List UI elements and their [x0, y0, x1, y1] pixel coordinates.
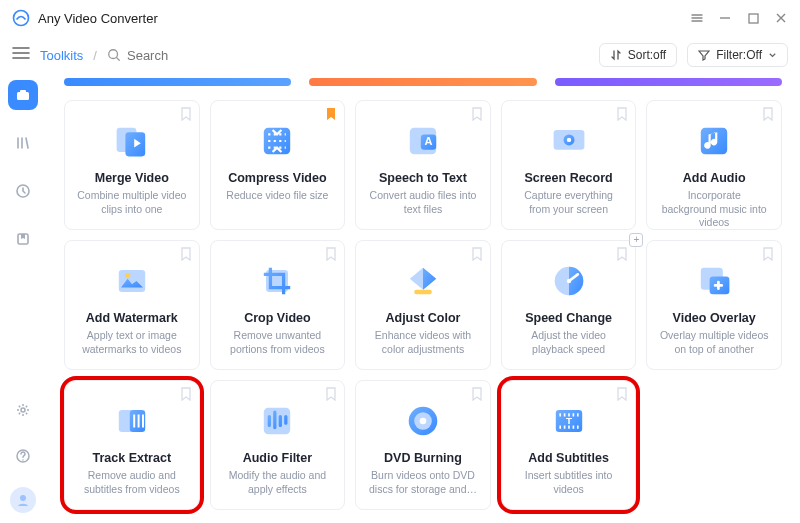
- compress-icon: [255, 119, 299, 163]
- toolbar: Toolkits / Sort:off Filter:Off: [0, 36, 800, 74]
- tool-card-crop[interactable]: Crop VideoRemove unwanted portions from …: [210, 240, 346, 370]
- category-bar-1[interactable]: [64, 78, 291, 86]
- card-description: Enhance videos with color adjustments: [364, 329, 482, 356]
- sort-button[interactable]: Sort:off: [599, 43, 677, 67]
- plus-badge: +: [629, 233, 643, 247]
- tool-card-dvd[interactable]: DVD BurningBurn videos onto DVD discs fo…: [355, 380, 491, 510]
- sidebar-help[interactable]: [8, 441, 38, 471]
- sort-label: Sort:off: [628, 48, 666, 62]
- sidebar-settings[interactable]: [8, 395, 38, 425]
- tool-card-addaudio[interactable]: Add AudioIncorporate background music in…: [646, 100, 782, 230]
- sidebar-bookmarks[interactable]: [8, 224, 38, 254]
- bookmark-icon[interactable]: [617, 387, 627, 401]
- card-description: Overlay multiple videos on top of anothe…: [655, 329, 773, 356]
- svg-rect-4: [20, 90, 26, 93]
- card-description: Insert subtitles into videos: [510, 469, 628, 496]
- app-title: Any Video Converter: [38, 11, 158, 26]
- minimize-icon[interactable]: [718, 11, 732, 25]
- tools-grid: Merge VideoCombine multiple video clips …: [64, 100, 782, 510]
- bookmark-icon[interactable]: [326, 247, 336, 261]
- tool-card-speed[interactable]: +Speed ChangeAdjust the video playback s…: [501, 240, 637, 370]
- svg-point-0: [14, 11, 29, 26]
- svg-rect-3: [17, 92, 29, 100]
- tool-card-compress[interactable]: Compress VideoReduce video file size: [210, 100, 346, 230]
- tool-card-subtitles[interactable]: Add SubtitlesInsert subtitles into video…: [501, 380, 637, 510]
- search-field[interactable]: [107, 48, 247, 63]
- card-title: Crop Video: [244, 311, 310, 325]
- titlebar: Any Video Converter: [0, 0, 800, 36]
- bookmark-icon[interactable]: [472, 107, 482, 121]
- bookmark-icon[interactable]: [326, 387, 336, 401]
- user-avatar[interactable]: [10, 487, 36, 513]
- breadcrumb-toolkits[interactable]: Toolkits: [40, 48, 83, 63]
- merge-icon: [110, 119, 154, 163]
- adjustcolor-icon: [401, 259, 445, 303]
- sidebar-library[interactable]: [8, 128, 38, 158]
- card-title: Track Extract: [93, 451, 172, 465]
- search-input[interactable]: [127, 48, 247, 63]
- speechtext-icon: [401, 119, 445, 163]
- tool-card-speechtext[interactable]: Speech to TextConvert audio files into t…: [355, 100, 491, 230]
- sort-icon: [610, 49, 622, 61]
- category-bar-2[interactable]: [309, 78, 536, 86]
- trackextract-icon: [110, 399, 154, 443]
- screenrec-icon: [547, 119, 591, 163]
- svg-point-9: [20, 495, 26, 501]
- search-icon: [107, 48, 121, 62]
- tool-card-merge[interactable]: Merge VideoCombine multiple video clips …: [64, 100, 200, 230]
- bookmark-icon[interactable]: [763, 247, 773, 261]
- card-title: Add Audio: [683, 171, 746, 185]
- bookmark-icon[interactable]: [617, 247, 627, 261]
- sidebar: [0, 74, 46, 523]
- bookmark-icon[interactable]: [617, 107, 627, 121]
- tool-card-trackextract[interactable]: Track ExtractRemove audio and subtitles …: [64, 380, 200, 510]
- sidebar-toolkits[interactable]: [8, 80, 38, 110]
- card-description: Burn videos onto DVD discs for storage a…: [364, 469, 482, 496]
- bookmark-icon[interactable]: [763, 107, 773, 121]
- card-description: Apply text or image watermarks to videos: [73, 329, 191, 356]
- bookmark-icon[interactable]: [181, 247, 191, 261]
- tool-card-watermark[interactable]: Add WatermarkApply text or image waterma…: [64, 240, 200, 370]
- breadcrumb-separator: /: [93, 48, 97, 63]
- crop-icon: [255, 259, 299, 303]
- card-description: Combine multiple video clips into one: [73, 189, 191, 216]
- card-title: Audio Filter: [243, 451, 312, 465]
- svg-point-7: [21, 408, 25, 412]
- bookmark-icon[interactable]: [326, 107, 336, 121]
- card-title: Adjust Color: [385, 311, 460, 325]
- overlay-icon: [692, 259, 736, 303]
- subtitles-icon: [547, 399, 591, 443]
- card-title: DVD Burning: [384, 451, 462, 465]
- card-description: Modify the audio and apply effects: [219, 469, 337, 496]
- card-description: Convert audio files into text files: [364, 189, 482, 216]
- bookmark-icon[interactable]: [472, 387, 482, 401]
- card-title: Screen Record: [524, 171, 612, 185]
- card-description: Capture everything from your screen: [510, 189, 628, 216]
- bookmark-icon[interactable]: [181, 387, 191, 401]
- tool-card-adjustcolor[interactable]: Adjust ColorEnhance videos with color ad…: [355, 240, 491, 370]
- tool-card-screenrec[interactable]: Screen RecordCapture everything from you…: [501, 100, 637, 230]
- card-description: Incorporate background music into videos: [655, 189, 773, 230]
- card-title: Video Overlay: [673, 311, 756, 325]
- addaudio-icon: [692, 119, 736, 163]
- card-description: Adjust the video playback speed: [510, 329, 628, 356]
- category-bar-3[interactable]: [555, 78, 782, 86]
- tool-card-overlay[interactable]: Video OverlayOverlay multiple videos on …: [646, 240, 782, 370]
- close-icon[interactable]: [774, 11, 788, 25]
- card-description: Remove audio and subtitles from videos: [73, 469, 191, 496]
- dvd-icon: [401, 399, 445, 443]
- card-title: Add Subtitles: [528, 451, 609, 465]
- sidebar-history[interactable]: [8, 176, 38, 206]
- maximize-icon[interactable]: [746, 11, 760, 25]
- bookmark-icon[interactable]: [181, 107, 191, 121]
- app-logo-icon: [12, 9, 30, 27]
- tool-card-audiofilter[interactable]: Audio FilterModify the audio and apply e…: [210, 380, 346, 510]
- card-title: Merge Video: [95, 171, 169, 185]
- bookmark-icon[interactable]: [472, 247, 482, 261]
- hamburger-icon[interactable]: [12, 46, 30, 64]
- filter-button[interactable]: Filter:Off: [687, 43, 788, 67]
- menu-icon[interactable]: [690, 11, 704, 25]
- filter-icon: [698, 49, 710, 61]
- watermark-icon: [110, 259, 154, 303]
- svg-rect-1: [749, 14, 758, 23]
